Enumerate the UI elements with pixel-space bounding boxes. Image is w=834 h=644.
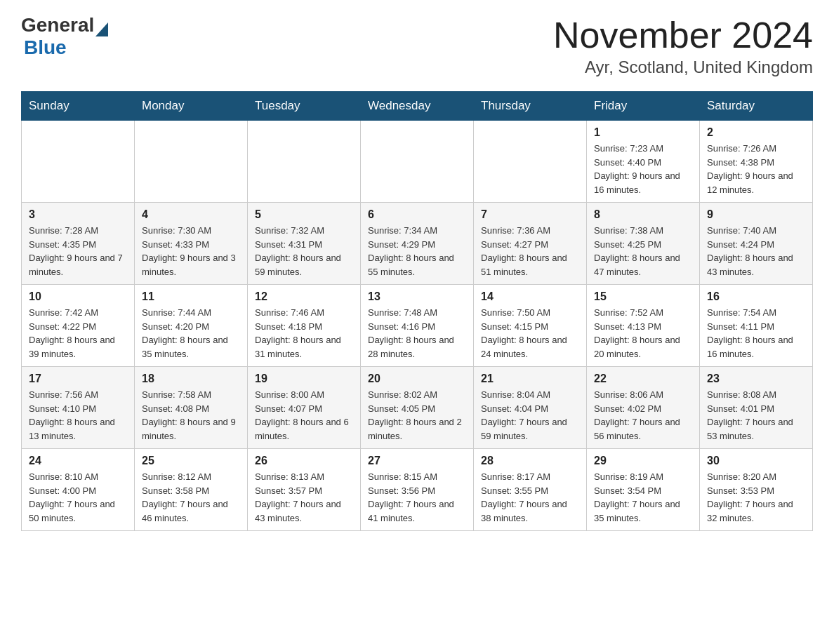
calendar-table: SundayMondayTuesdayWednesdayThursdayFrid… — [21, 91, 813, 531]
calendar-cell: 6Sunrise: 7:34 AM Sunset: 4:29 PM Daylig… — [361, 203, 474, 285]
calendar-cell: 9Sunrise: 7:40 AM Sunset: 4:24 PM Daylig… — [700, 203, 813, 285]
day-number: 12 — [255, 290, 353, 303]
calendar-cell — [248, 121, 361, 203]
calendar-week-row: 3Sunrise: 7:28 AM Sunset: 4:35 PM Daylig… — [22, 203, 813, 285]
day-info: Sunrise: 7:36 AM Sunset: 4:27 PM Dayligh… — [481, 224, 579, 279]
calendar-cell: 7Sunrise: 7:36 AM Sunset: 4:27 PM Daylig… — [474, 203, 587, 285]
calendar-header-friday: Friday — [587, 92, 700, 121]
day-info: Sunrise: 8:08 AM Sunset: 4:01 PM Dayligh… — [707, 388, 805, 443]
calendar-cell: 13Sunrise: 7:48 AM Sunset: 4:16 PM Dayli… — [361, 285, 474, 367]
calendar-cell: 5Sunrise: 7:32 AM Sunset: 4:31 PM Daylig… — [248, 203, 361, 285]
day-number: 17 — [29, 373, 127, 385]
title-block: November 2024 Ayr, Scotland, United King… — [553, 14, 813, 77]
calendar-cell: 15Sunrise: 7:52 AM Sunset: 4:13 PM Dayli… — [587, 285, 700, 367]
calendar-cell: 2Sunrise: 7:26 AM Sunset: 4:38 PM Daylig… — [700, 121, 813, 203]
svg-marker-0 — [95, 22, 108, 36]
calendar-cell: 20Sunrise: 8:02 AM Sunset: 4:05 PM Dayli… — [361, 367, 474, 449]
day-info: Sunrise: 8:20 AM Sunset: 3:53 PM Dayligh… — [707, 470, 805, 525]
calendar-cell: 11Sunrise: 7:44 AM Sunset: 4:20 PM Dayli… — [135, 285, 248, 367]
calendar-header-saturday: Saturday — [700, 92, 813, 121]
calendar-cell — [135, 121, 248, 203]
day-number: 24 — [29, 455, 127, 467]
day-info: Sunrise: 8:04 AM Sunset: 4:04 PM Dayligh… — [481, 388, 579, 443]
day-number: 27 — [368, 455, 466, 467]
day-info: Sunrise: 8:12 AM Sunset: 3:58 PM Dayligh… — [142, 470, 240, 525]
day-info: Sunrise: 7:58 AM Sunset: 4:08 PM Dayligh… — [142, 388, 240, 443]
calendar-cell: 29Sunrise: 8:19 AM Sunset: 3:54 PM Dayli… — [587, 449, 700, 531]
day-number: 30 — [707, 455, 805, 467]
calendar-week-row: 10Sunrise: 7:42 AM Sunset: 4:22 PM Dayli… — [22, 285, 813, 367]
calendar-cell: 4Sunrise: 7:30 AM Sunset: 4:33 PM Daylig… — [135, 203, 248, 285]
calendar-cell: 25Sunrise: 8:12 AM Sunset: 3:58 PM Dayli… — [135, 449, 248, 531]
day-info: Sunrise: 8:15 AM Sunset: 3:56 PM Dayligh… — [368, 470, 466, 525]
calendar-header-sunday: Sunday — [22, 92, 135, 121]
calendar-cell: 17Sunrise: 7:56 AM Sunset: 4:10 PM Dayli… — [22, 367, 135, 449]
day-info: Sunrise: 7:42 AM Sunset: 4:22 PM Dayligh… — [29, 306, 127, 361]
day-number: 16 — [707, 290, 805, 303]
logo: General Blue — [21, 14, 108, 59]
calendar-cell: 21Sunrise: 8:04 AM Sunset: 4:04 PM Dayli… — [474, 367, 587, 449]
day-info: Sunrise: 8:10 AM Sunset: 4:00 PM Dayligh… — [29, 470, 127, 525]
day-number: 5 — [255, 208, 353, 221]
day-info: Sunrise: 7:54 AM Sunset: 4:11 PM Dayligh… — [707, 306, 805, 361]
calendar-week-row: 17Sunrise: 7:56 AM Sunset: 4:10 PM Dayli… — [22, 367, 813, 449]
day-number: 8 — [594, 208, 692, 221]
day-info: Sunrise: 7:48 AM Sunset: 4:16 PM Dayligh… — [368, 306, 466, 361]
day-number: 9 — [707, 208, 805, 221]
logo-general-text: General — [21, 14, 94, 36]
day-info: Sunrise: 8:02 AM Sunset: 4:05 PM Dayligh… — [368, 388, 466, 443]
day-number: 15 — [594, 290, 692, 303]
day-number: 21 — [481, 373, 579, 385]
day-info: Sunrise: 7:46 AM Sunset: 4:18 PM Dayligh… — [255, 306, 353, 361]
calendar-header-row: SundayMondayTuesdayWednesdayThursdayFrid… — [22, 92, 813, 121]
calendar-cell: 22Sunrise: 8:06 AM Sunset: 4:02 PM Dayli… — [587, 367, 700, 449]
day-number: 23 — [707, 373, 805, 385]
location-title: Ayr, Scotland, United Kingdom — [553, 58, 813, 77]
day-info: Sunrise: 7:40 AM Sunset: 4:24 PM Dayligh… — [707, 224, 805, 279]
day-info: Sunrise: 8:19 AM Sunset: 3:54 PM Dayligh… — [594, 470, 692, 525]
calendar-cell: 19Sunrise: 8:00 AM Sunset: 4:07 PM Dayli… — [248, 367, 361, 449]
day-info: Sunrise: 7:30 AM Sunset: 4:33 PM Dayligh… — [142, 224, 240, 279]
day-info: Sunrise: 7:38 AM Sunset: 4:25 PM Dayligh… — [594, 224, 692, 279]
day-info: Sunrise: 7:56 AM Sunset: 4:10 PM Dayligh… — [29, 388, 127, 443]
day-info: Sunrise: 8:00 AM Sunset: 4:07 PM Dayligh… — [255, 388, 353, 443]
calendar-header-tuesday: Tuesday — [248, 92, 361, 121]
day-number: 18 — [142, 373, 240, 385]
calendar-cell: 12Sunrise: 7:46 AM Sunset: 4:18 PM Dayli… — [248, 285, 361, 367]
calendar-cell: 10Sunrise: 7:42 AM Sunset: 4:22 PM Dayli… — [22, 285, 135, 367]
logo-blue-text: Blue — [24, 36, 67, 58]
day-number: 7 — [481, 208, 579, 221]
day-info: Sunrise: 7:44 AM Sunset: 4:20 PM Dayligh… — [142, 306, 240, 361]
day-info: Sunrise: 7:50 AM Sunset: 4:15 PM Dayligh… — [481, 306, 579, 361]
calendar-cell: 23Sunrise: 8:08 AM Sunset: 4:01 PM Dayli… — [700, 367, 813, 449]
calendar-week-row: 1Sunrise: 7:23 AM Sunset: 4:40 PM Daylig… — [22, 121, 813, 203]
calendar-cell: 16Sunrise: 7:54 AM Sunset: 4:11 PM Dayli… — [700, 285, 813, 367]
calendar-week-row: 24Sunrise: 8:10 AM Sunset: 4:00 PM Dayli… — [22, 449, 813, 531]
day-number: 3 — [29, 208, 127, 221]
day-number: 14 — [481, 290, 579, 303]
day-info: Sunrise: 7:34 AM Sunset: 4:29 PM Dayligh… — [368, 224, 466, 279]
day-number: 6 — [368, 208, 466, 221]
day-number: 29 — [594, 455, 692, 467]
day-number: 4 — [142, 208, 240, 221]
month-title: November 2024 — [553, 14, 813, 56]
day-number: 25 — [142, 455, 240, 467]
calendar-cell: 14Sunrise: 7:50 AM Sunset: 4:15 PM Dayli… — [474, 285, 587, 367]
calendar-cell: 30Sunrise: 8:20 AM Sunset: 3:53 PM Dayli… — [700, 449, 813, 531]
calendar-cell: 8Sunrise: 7:38 AM Sunset: 4:25 PM Daylig… — [587, 203, 700, 285]
day-number: 11 — [142, 290, 240, 303]
calendar-header-thursday: Thursday — [474, 92, 587, 121]
day-info: Sunrise: 7:28 AM Sunset: 4:35 PM Dayligh… — [29, 224, 127, 279]
day-info: Sunrise: 7:26 AM Sunset: 4:38 PM Dayligh… — [707, 142, 805, 196]
day-info: Sunrise: 7:52 AM Sunset: 4:13 PM Dayligh… — [594, 306, 692, 361]
day-info: Sunrise: 7:32 AM Sunset: 4:31 PM Dayligh… — [255, 224, 353, 279]
day-number: 2 — [707, 126, 805, 139]
logo-triangle-icon — [95, 22, 108, 36]
calendar-cell: 27Sunrise: 8:15 AM Sunset: 3:56 PM Dayli… — [361, 449, 474, 531]
day-number: 28 — [481, 455, 579, 467]
calendar-cell — [22, 121, 135, 203]
day-info: Sunrise: 7:23 AM Sunset: 4:40 PM Dayligh… — [594, 142, 692, 196]
calendar-header-wednesday: Wednesday — [361, 92, 474, 121]
calendar-cell: 3Sunrise: 7:28 AM Sunset: 4:35 PM Daylig… — [22, 203, 135, 285]
day-info: Sunrise: 8:13 AM Sunset: 3:57 PM Dayligh… — [255, 470, 353, 525]
